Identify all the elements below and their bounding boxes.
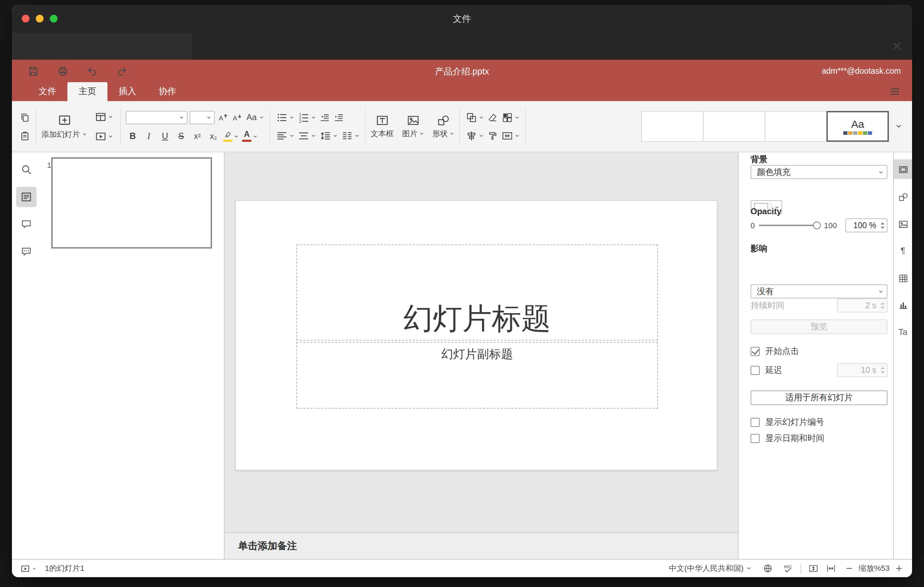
duration-input[interactable]: 2 s bbox=[837, 298, 888, 312]
spinner-icon[interactable] bbox=[881, 223, 885, 229]
notes-area[interactable]: 单击添加备注 bbox=[225, 532, 738, 559]
bullet-list-button[interactable] bbox=[275, 110, 295, 124]
paste-icon[interactable] bbox=[19, 130, 31, 142]
start-on-click-checkbox[interactable] bbox=[751, 346, 760, 356]
start-slideshow-button[interactable] bbox=[94, 130, 114, 143]
print-icon[interactable] bbox=[57, 65, 69, 77]
close-traffic-light[interactable] bbox=[22, 15, 30, 23]
italic-button[interactable]: I bbox=[142, 130, 156, 143]
copy-icon[interactable] bbox=[19, 111, 31, 123]
start-slideshow-status-button[interactable] bbox=[20, 564, 36, 573]
chevron-down-icon bbox=[253, 134, 258, 139]
theme-gallery-expand-button[interactable] bbox=[891, 111, 906, 142]
tab-collaboration[interactable]: 协作 bbox=[147, 82, 188, 101]
slide-canvas: 幻灯片标题 幻灯片副标题 单击添加备注 bbox=[225, 152, 738, 559]
tab-file[interactable]: 文件 bbox=[27, 82, 68, 101]
image-settings-button[interactable] bbox=[894, 214, 912, 234]
save-icon[interactable] bbox=[27, 65, 39, 77]
arrange-shapes-button[interactable] bbox=[464, 110, 484, 124]
table-settings-button[interactable] bbox=[894, 268, 912, 288]
strikeout-button[interactable]: S bbox=[174, 130, 188, 143]
chart-settings-button[interactable] bbox=[894, 295, 912, 315]
paragraph-settings-button[interactable]: ¶ bbox=[894, 241, 912, 261]
add-slide-button[interactable]: 添加幻灯片 bbox=[41, 113, 87, 140]
redo-icon[interactable] bbox=[116, 65, 128, 77]
tab-insert[interactable]: 插入 bbox=[107, 82, 147, 101]
zoom-out-icon[interactable] bbox=[845, 564, 854, 573]
textart-settings-button[interactable]: Ta bbox=[894, 322, 912, 342]
change-layout-button[interactable] bbox=[94, 110, 114, 123]
undo-icon[interactable] bbox=[86, 65, 98, 77]
superscript-button[interactable]: x² bbox=[190, 130, 204, 143]
spinner-icon[interactable] bbox=[881, 367, 885, 373]
preview-button[interactable]: 预览 bbox=[751, 320, 888, 334]
opacity-input[interactable]: 100 % bbox=[845, 218, 888, 232]
tab-home[interactable]: 主页 bbox=[68, 82, 107, 101]
horizontal-align-button[interactable] bbox=[275, 129, 295, 142]
show-date-time-checkbox[interactable] bbox=[751, 434, 760, 443]
highlight-color-button[interactable] bbox=[223, 130, 239, 143]
copy-style-icon[interactable] bbox=[486, 130, 498, 142]
minimize-traffic-light[interactable] bbox=[36, 15, 43, 23]
fit-slide-icon[interactable] bbox=[808, 563, 819, 574]
change-case-button[interactable]: Aa bbox=[245, 110, 264, 125]
clear-style-icon[interactable] bbox=[486, 111, 498, 123]
insert-textbox-button[interactable]: 文本框 bbox=[370, 114, 394, 139]
search-button[interactable] bbox=[16, 159, 36, 180]
spinner-icon[interactable] bbox=[881, 303, 885, 308]
insert-shape-button[interactable]: 形状 bbox=[432, 114, 454, 139]
numbered-list-button[interactable]: 123 bbox=[297, 110, 316, 124]
decrease-font-size-icon[interactable]: A bbox=[231, 111, 243, 123]
vertical-align-button[interactable] bbox=[297, 129, 316, 142]
font-size-select[interactable] bbox=[190, 110, 215, 124]
title-placeholder[interactable]: 幻灯片标题 bbox=[296, 244, 658, 341]
theme-option-selected[interactable]: Aa bbox=[827, 111, 889, 142]
fill-type-select[interactable]: 颜色填充 bbox=[751, 165, 888, 179]
font-name-select[interactable] bbox=[126, 110, 188, 124]
table-settings-icon bbox=[898, 273, 908, 283]
font-color-bar bbox=[242, 139, 251, 142]
theme-option-2[interactable] bbox=[703, 111, 765, 142]
opacity-slider-knob[interactable] bbox=[813, 221, 820, 229]
zoom-in-icon[interactable] bbox=[894, 564, 904, 573]
opacity-value: 100 % bbox=[853, 221, 876, 229]
insert-image-button[interactable]: 图片 bbox=[402, 114, 424, 139]
hamburger-menu-icon[interactable] bbox=[889, 86, 901, 97]
theme-option-3[interactable] bbox=[765, 111, 827, 142]
slide-thumbnail[interactable] bbox=[51, 157, 212, 249]
line-spacing-button[interactable] bbox=[318, 129, 338, 142]
shape-align-icon bbox=[465, 130, 477, 142]
fullscreen-traffic-light[interactable] bbox=[50, 15, 58, 23]
comments-button[interactable] bbox=[16, 214, 36, 234]
delay-input[interactable]: 10 s bbox=[837, 363, 888, 377]
color-scheme-button[interactable] bbox=[500, 110, 520, 124]
close-icon[interactable] bbox=[891, 40, 903, 52]
delay-checkbox[interactable] bbox=[751, 366, 760, 374]
subtitle-placeholder[interactable]: 幻灯片副标题 bbox=[296, 342, 658, 409]
slide-settings-button[interactable] bbox=[894, 159, 912, 179]
underline-button[interactable]: U bbox=[158, 130, 172, 143]
slides-panel-button[interactable] bbox=[16, 187, 36, 207]
decrease-indent-icon[interactable] bbox=[318, 111, 330, 123]
chat-button[interactable] bbox=[16, 242, 36, 262]
align-shapes-button[interactable] bbox=[464, 129, 484, 142]
apply-to-all-slides-button[interactable]: 适用于所有幻灯片 bbox=[751, 391, 888, 405]
effect-select[interactable]: 没有 bbox=[751, 284, 888, 298]
spellcheck-icon[interactable]: ABC bbox=[783, 563, 794, 574]
chevron-down-icon bbox=[289, 115, 294, 120]
fit-width-icon[interactable] bbox=[826, 563, 836, 574]
slide-size-button[interactable] bbox=[500, 129, 520, 142]
subscript-button[interactable]: x₂ bbox=[206, 130, 221, 143]
increase-font-size-icon[interactable]: A bbox=[217, 111, 229, 123]
shape-settings-button[interactable] bbox=[894, 187, 912, 206]
theme-option-1[interactable] bbox=[641, 111, 703, 142]
language-select[interactable]: 中文(中华人民共和国) bbox=[669, 563, 751, 574]
font-color-button[interactable]: A bbox=[241, 130, 258, 142]
columns-button[interactable] bbox=[340, 129, 360, 142]
increase-indent-icon[interactable] bbox=[332, 111, 345, 123]
paragraph-settings-icon: ¶ bbox=[901, 246, 906, 255]
show-slide-number-checkbox[interactable] bbox=[751, 417, 760, 427]
document-language-icon[interactable] bbox=[762, 563, 773, 574]
bold-button[interactable]: B bbox=[126, 130, 140, 143]
opacity-slider[interactable] bbox=[759, 225, 820, 226]
